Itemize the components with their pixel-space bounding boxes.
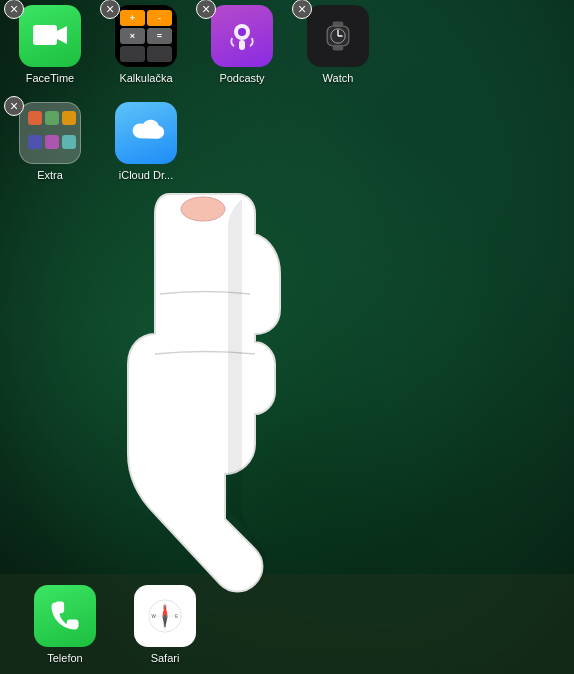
telefon-icon[interactable] [34, 585, 96, 647]
svg-text:N: N [163, 604, 166, 609]
extra-folder-label: Extra [10, 169, 90, 181]
svg-rect-0 [33, 25, 57, 45]
svg-text:W: W [152, 613, 157, 618]
app-item-icloud-drive[interactable]: iCloud Dr... [106, 102, 186, 181]
app-item-facetime[interactable]: FaceTime [10, 5, 90, 84]
podcasty-label: Podcasty [202, 72, 282, 84]
telefon-label: Telefon [47, 652, 82, 664]
icloud-drive-label: iCloud Dr... [106, 169, 186, 181]
delete-kalkulacka-badge[interactable] [100, 0, 120, 19]
svg-point-3 [238, 28, 246, 36]
kalkulacka-icon[interactable]: + - × = [115, 5, 177, 67]
svg-marker-1 [57, 26, 67, 44]
facetime-icon[interactable] [19, 5, 81, 67]
safari-icon[interactable]: N S W E [134, 585, 196, 647]
kalkulacka-label: Kalkulačka [106, 72, 186, 84]
dock: Telefon N S W E Safari [0, 574, 574, 674]
app-item-kalkulacka[interactable]: + - × = Kalkulačka [106, 5, 186, 84]
app-row-2: Extra iCloud Dr... [10, 102, 564, 181]
watch-label: Watch [298, 72, 378, 84]
icloud-drive-icon[interactable] [115, 102, 177, 164]
app-item-podcasty[interactable]: Podcasty [202, 5, 282, 84]
dock-item-telefon[interactable]: Telefon [30, 585, 100, 664]
app-row-1: FaceTime + - × = Kalkulačka [10, 5, 564, 84]
app-grid: FaceTime + - × = Kalkulačka [10, 5, 564, 199]
svg-rect-4 [239, 40, 245, 50]
app-item-watch[interactable]: Watch [298, 5, 378, 84]
delete-watch-badge[interactable] [292, 0, 312, 19]
delete-extra-badge[interactable] [4, 96, 24, 116]
extra-folder-icon[interactable] [19, 102, 81, 164]
facetime-label: FaceTime [10, 72, 90, 84]
safari-label: Safari [151, 652, 180, 664]
dock-item-safari[interactable]: N S W E Safari [130, 585, 200, 664]
app-item-extra-folder[interactable]: Extra [10, 102, 90, 181]
delete-podcasty-badge[interactable] [196, 0, 216, 19]
svg-text:S: S [163, 622, 166, 627]
watch-icon[interactable] [307, 5, 369, 67]
podcasty-icon[interactable] [211, 5, 273, 67]
delete-facetime-badge[interactable] [4, 0, 24, 19]
svg-text:E: E [175, 613, 178, 618]
